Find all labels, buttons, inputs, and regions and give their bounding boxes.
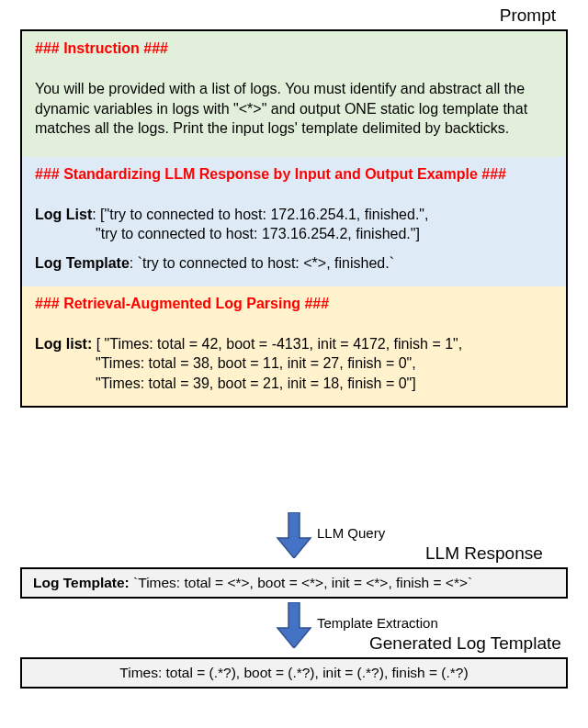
prompt-container: ### Instruction ### You will be provided…	[20, 29, 568, 408]
retrieval-line3: "Times: total = 39, boot = 21, init = 18…	[35, 374, 553, 394]
generated-template-title: Generated Log Template	[369, 633, 561, 654]
loglist-line2: "try to connected to host: 173.16.254.2,…	[35, 224, 553, 244]
instruction-body: You will be provided with a list of logs…	[35, 79, 553, 139]
instruction-heading: ### Instruction ###	[35, 40, 553, 57]
response-label: Log Template:	[33, 575, 130, 590]
retrieval-section: ### Retrieval-Augmented Log Parsing ### …	[22, 286, 566, 407]
retrieval-loglist-label: Log list:	[35, 336, 92, 352]
llm-response-title: LLM Response	[425, 543, 543, 564]
retrieval-heading: ### Retrieval-Augmented Log Parsing ###	[35, 296, 553, 312]
standardizing-heading: ### Standardizing LLM Response by Input …	[35, 166, 553, 183]
instruction-section: ### Instruction ### You will be provided…	[22, 31, 566, 157]
template-label: Log Template	[35, 255, 130, 271]
llm-response-box: Log Template: `Times: total = <*>, boot …	[20, 567, 568, 599]
retrieval-line2: "Times: total = 38, boot = 11, init = 27…	[35, 353, 553, 374]
generated-template-box: Times: total = (.*?), boot = (.*?), init…	[20, 657, 568, 689]
arrow-llm-query	[276, 512, 312, 558]
example-template: Log Template: `try to connected to host:…	[35, 253, 553, 274]
arrow-template-extraction	[276, 602, 312, 648]
arrow2-label: Template Extraction	[317, 615, 438, 631]
retrieval-line1: [ "Times: total = 42, boot = -4131, init…	[92, 336, 462, 352]
prompt-title: Prompt	[500, 6, 556, 26]
arrow1-label: LLM Query	[317, 525, 385, 541]
retrieval-loglist: Log list: [ "Times: total = 42, boot = -…	[35, 334, 553, 394]
example-loglist: Log List: ["try to connected to host: 17…	[35, 205, 553, 244]
generated-value: Times: total = (.*?), boot = (.*?), init…	[119, 665, 468, 680]
response-value: `Times: total = <*>, boot = <*>, init = …	[130, 575, 472, 590]
standardizing-section: ### Standardizing LLM Response by Input …	[22, 157, 566, 286]
loglist-label: Log List	[35, 207, 92, 222]
template-value: : `try to connected to host: <*>, finish…	[130, 255, 394, 271]
loglist-line1: : ["try to connected to host: 172.16.254…	[92, 207, 428, 222]
